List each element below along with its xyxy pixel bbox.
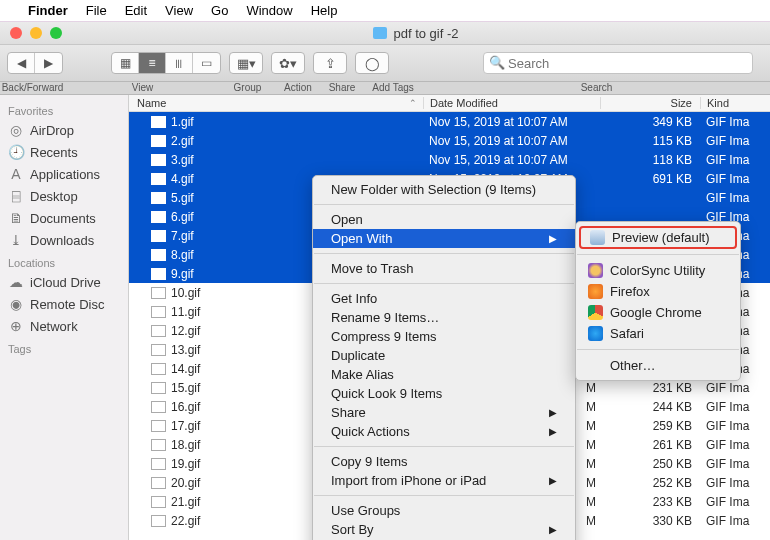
back-forward: ◀ ▶ [7, 52, 63, 74]
file-row[interactable]: 2.gifNov 15, 2019 at 10:07 AM115 KBGIF I… [129, 131, 770, 150]
ctx-sort-by[interactable]: Sort By▶ [313, 520, 575, 539]
file-thumb-icon [151, 211, 166, 223]
ctx-item[interactable]: New Folder with Selection (9 Items) [313, 180, 575, 199]
submenu-label: Safari [610, 326, 644, 341]
finder-window: pdf to gif -2 ◀ ▶ ▦ ≡ ⫼ ▭ ▦▾ ✿▾ ⇪ ◯ 🔍 Ba… [0, 22, 770, 540]
search-field-wrap: 🔍 [483, 52, 763, 74]
minimize-button[interactable] [30, 27, 42, 39]
sidebar-label: Applications [30, 167, 100, 182]
ctx-item[interactable]: Copy 9 Items [313, 452, 575, 471]
file-thumb-icon [151, 306, 166, 318]
file-thumb-icon [151, 287, 166, 299]
submenu-arrow-icon: ▶ [549, 407, 557, 418]
sidebar-icon: ◎ [8, 122, 24, 138]
label-share: Share [321, 82, 363, 94]
file-row[interactable]: 3.gifNov 15, 2019 at 10:07 AM118 KBGIF I… [129, 150, 770, 169]
submenu-sep [577, 349, 739, 350]
ctx-import[interactable]: Import from iPhone or iPad▶ [313, 471, 575, 490]
file-kind: GIF Ima [700, 191, 770, 205]
ctx-item[interactable]: Make Alias [313, 365, 575, 384]
submenu-arrow-icon: ▶ [549, 426, 557, 437]
sidebar-item-desktop[interactable]: ⌸Desktop [0, 185, 128, 207]
ctx-item[interactable]: Duplicate [313, 346, 575, 365]
menubar-edit[interactable]: Edit [125, 3, 147, 18]
sidebar-label: Desktop [30, 189, 78, 204]
submenu-app-google-chrome[interactable]: Google Chrome [576, 302, 740, 323]
ctx-quick-actions[interactable]: Quick Actions▶ [313, 422, 575, 441]
label-back: Back/Forward [0, 82, 65, 94]
file-thumb-icon [151, 135, 166, 147]
sidebar-item-remote-disc[interactable]: ◉Remote Disc [0, 293, 128, 315]
file-kind: GIF Ima [700, 381, 770, 395]
file-row[interactable]: 1.gifNov 15, 2019 at 10:07 AM349 KBGIF I… [129, 112, 770, 131]
sidebar-heading: Favorites [0, 99, 128, 119]
col-kind[interactable]: Kind [700, 97, 770, 109]
menubar-app[interactable]: Finder [28, 3, 68, 18]
submenu-arrow-icon: ▶ [549, 475, 557, 486]
ctx-item[interactable]: Compress 9 Items [313, 327, 575, 346]
close-button[interactable] [10, 27, 22, 39]
menubar-go[interactable]: Go [211, 3, 228, 18]
tags-button[interactable]: ◯ [355, 52, 389, 74]
search-icon: 🔍 [489, 55, 505, 70]
menubar-help[interactable]: Help [311, 3, 338, 18]
sidebar-item-icloud-drive[interactable]: ☁iCloud Drive [0, 271, 128, 293]
window-title-text: pdf to gif -2 [393, 26, 458, 41]
file-size: 231 KB [600, 381, 700, 395]
ctx-item[interactable]: Move to Trash [313, 259, 575, 278]
menubar-file[interactable]: File [86, 3, 107, 18]
submenu-app-colorsync-utility[interactable]: ColorSync Utility [576, 260, 740, 281]
sidebar-item-recents[interactable]: 🕘Recents [0, 141, 128, 163]
file-thumb-icon [151, 249, 166, 261]
sidebar-item-airdrop[interactable]: ◎AirDrop [0, 119, 128, 141]
file-size: 691 KB [600, 172, 700, 186]
sidebar-item-network[interactable]: ⊕Network [0, 315, 128, 337]
file-name: 6.gif [171, 210, 194, 224]
zoom-button[interactable] [50, 27, 62, 39]
menubar-window[interactable]: Window [246, 3, 292, 18]
sidebar-label: iCloud Drive [30, 275, 101, 290]
file-kind: GIF Ima [700, 457, 770, 471]
share-button[interactable]: ⇪ [313, 52, 347, 74]
ctx-open-with[interactable]: Open With▶ [313, 229, 575, 248]
file-kind: GIF Ima [700, 153, 770, 167]
back-button[interactable]: ◀ [8, 53, 35, 73]
sidebar-heading: Tags [0, 337, 128, 357]
file-thumb-icon [151, 496, 166, 508]
col-size[interactable]: Size [600, 97, 700, 109]
open-with-submenu: Preview (default) ColorSync UtilityFiref… [575, 221, 741, 381]
ctx-item[interactable]: Open [313, 210, 575, 229]
ctx-item[interactable]: Get Info [313, 289, 575, 308]
col-name[interactable]: Name⌃ [129, 97, 423, 109]
forward-button[interactable]: ▶ [35, 53, 62, 73]
ctx-item[interactable]: Quick Look 9 Items [313, 384, 575, 403]
file-thumb-icon [151, 477, 166, 489]
file-thumb-icon [151, 363, 166, 375]
icon-view-button[interactable]: ▦ [112, 53, 139, 73]
app-icon [588, 263, 603, 278]
sort-asc-icon: ⌃ [409, 98, 417, 108]
file-name: 17.gif [171, 419, 200, 433]
submenu-app-safari[interactable]: Safari [576, 323, 740, 344]
ctx-item[interactable]: Rename 9 Items… [313, 308, 575, 327]
menubar-view[interactable]: View [165, 3, 193, 18]
submenu-sep [577, 254, 739, 255]
sidebar-item-applications[interactable]: AApplications [0, 163, 128, 185]
file-kind: GIF Ima [700, 514, 770, 528]
submenu-other[interactable]: Other… [576, 355, 740, 376]
search-input[interactable] [483, 52, 753, 74]
sidebar-item-downloads[interactable]: ⤓Downloads [0, 229, 128, 251]
submenu-app-firefox[interactable]: Firefox [576, 281, 740, 302]
col-date[interactable]: Date Modified [423, 97, 600, 109]
gallery-view-button[interactable]: ▭ [193, 53, 220, 73]
file-size: 115 KB [600, 134, 700, 148]
list-view-button[interactable]: ≡ [139, 53, 166, 73]
ctx-item[interactable]: Use Groups [313, 501, 575, 520]
submenu-preview-default[interactable]: Preview (default) [579, 226, 737, 249]
group-button[interactable]: ▦▾ [229, 52, 263, 74]
ctx-share[interactable]: Share▶ [313, 403, 575, 422]
titlebar[interactable]: pdf to gif -2 [0, 22, 770, 45]
column-view-button[interactable]: ⫼ [166, 53, 193, 73]
sidebar-item-documents[interactable]: 🗎Documents [0, 207, 128, 229]
action-button[interactable]: ✿▾ [271, 52, 305, 74]
